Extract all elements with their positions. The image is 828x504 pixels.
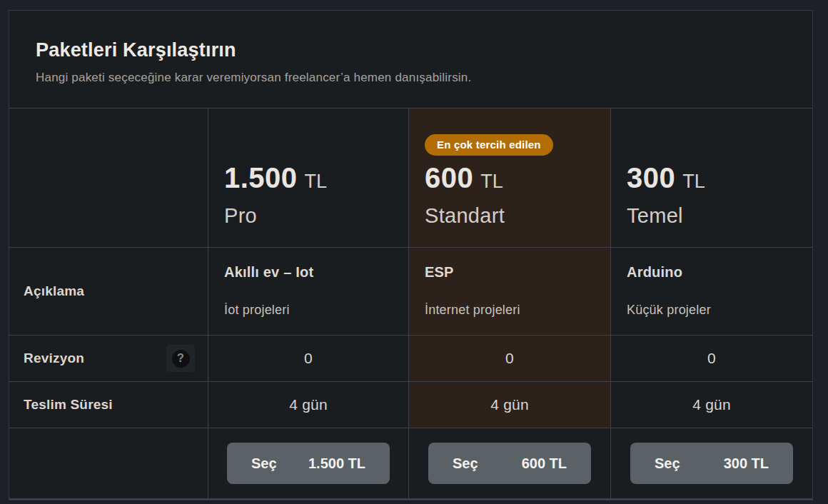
revision-help-button[interactable]: ? bbox=[166, 345, 195, 372]
page-title: Paketleri Karşılaştırın bbox=[36, 39, 812, 61]
select-price: 300 TL bbox=[724, 455, 769, 472]
select-pro-button[interactable]: Seç 1.500 TL bbox=[227, 443, 390, 484]
package-header-pro: 1.500 TL Pro bbox=[208, 109, 408, 247]
price-currency: TL bbox=[480, 171, 503, 193]
select-label: Seç bbox=[453, 455, 478, 472]
gig-subtitle: İnternet projeleri bbox=[425, 303, 596, 318]
select-label: Seç bbox=[655, 455, 680, 472]
select-temel-button[interactable]: Seç 300 TL bbox=[630, 443, 793, 484]
price-currency: TL bbox=[682, 171, 705, 193]
page-subtitle: Hangi paketi seçeceğine karar veremiyors… bbox=[36, 71, 812, 85]
row-label-text: Açıklama bbox=[24, 283, 84, 299]
price-pro: 1.500 TL bbox=[224, 162, 327, 194]
select-standart-button[interactable]: Seç 600 TL bbox=[428, 443, 591, 484]
row-label-revision: Revizyon ? bbox=[9, 336, 208, 381]
gig-title: ESP bbox=[425, 264, 596, 281]
package-header-standart: En çok tercih edilen 600 TL Standart bbox=[409, 109, 610, 247]
delivery-cell-standart: 4 gün bbox=[409, 382, 610, 428]
price-currency: TL bbox=[305, 171, 328, 193]
price-temel: 300 TL bbox=[627, 162, 705, 194]
package-name-pro: Pro bbox=[224, 204, 257, 228]
footer-cell-pro: Seç 1.500 TL bbox=[208, 428, 408, 498]
row-label-text: Revizyon bbox=[24, 351, 84, 366]
delivery-cell-pro: 4 gün bbox=[208, 382, 408, 428]
package-comparison-card: Paketleri Karşılaştırın Hangi paketi seç… bbox=[9, 10, 813, 500]
description-cell-standart: ESP İnternet projeleri bbox=[409, 248, 610, 335]
delivery-cell-temel: 4 gün bbox=[611, 382, 812, 428]
row-label-description: Açıklama bbox=[9, 248, 208, 335]
package-name-temel: Temel bbox=[627, 204, 683, 228]
description-cell-pro: Akıllı ev – Iot İot projeleri bbox=[208, 248, 408, 335]
footer-empty-cell bbox=[9, 428, 208, 498]
row-label-delivery: Teslim Süresi bbox=[9, 382, 208, 428]
select-label: Seç bbox=[251, 455, 277, 472]
gig-subtitle: Küçük projeler bbox=[627, 303, 798, 318]
revision-cell-temel: 0 bbox=[611, 336, 812, 381]
description-cell-temel: Arduino Küçük projeler bbox=[611, 248, 812, 335]
price-amount: 300 bbox=[627, 162, 675, 194]
price-amount: 600 bbox=[425, 162, 473, 194]
row-label-text: Teslim Süresi bbox=[24, 397, 113, 413]
footer-cell-temel: Seç 300 TL bbox=[611, 428, 812, 498]
package-name-standart: Standart bbox=[425, 204, 505, 228]
revision-cell-standart: 0 bbox=[409, 336, 610, 381]
gig-title: Akıllı ev – Iot bbox=[224, 264, 394, 281]
gig-subtitle: İot projeleri bbox=[224, 303, 394, 318]
price-amount: 1.500 bbox=[224, 162, 298, 194]
select-price: 1.500 TL bbox=[308, 455, 365, 472]
question-mark-icon: ? bbox=[172, 350, 190, 368]
most-preferred-badge: En çok tercih edilen bbox=[425, 134, 553, 156]
comparison-header: Paketleri Karşılaştırın Hangi paketi seç… bbox=[9, 11, 812, 109]
revision-cell-pro: 0 bbox=[208, 336, 408, 381]
footer-cell-standart: Seç 600 TL bbox=[409, 428, 610, 498]
package-header-temel: 300 TL Temel bbox=[611, 109, 812, 247]
comparison-table: 1.500 TL Pro En çok tercih edilen 600 TL… bbox=[9, 109, 812, 500]
select-price: 600 TL bbox=[522, 455, 567, 472]
price-standart: 600 TL bbox=[425, 162, 503, 194]
corner-cell bbox=[9, 109, 208, 247]
gig-title: Arduino bbox=[627, 264, 798, 281]
